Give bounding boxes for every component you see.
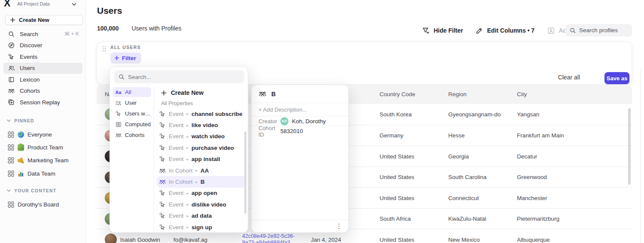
item-name: dislike video	[191, 201, 226, 208]
dropdown-item-sign-up[interactable]: Event▸sign up	[157, 222, 246, 233]
col-header-city[interactable]: City	[517, 91, 527, 97]
col-header-region[interactable]: Region	[448, 91, 467, 97]
profile-count: 100,000	[97, 25, 119, 32]
sidebar-item-data-team[interactable]: Data Team	[0, 167, 86, 180]
sidebar-item-product-team[interactable]: Product Team	[0, 141, 86, 154]
dropdown-create-new-button[interactable]: Create New	[154, 87, 249, 99]
dropdown-item-like-video[interactable]: Event▸like video	[157, 119, 246, 131]
dropdown-scrollbar[interactable]	[244, 131, 246, 214]
category-user[interactable]: User	[110, 97, 154, 108]
category-all[interactable]: Aa All	[110, 87, 154, 97]
sidebar-item-discover[interactable]: Discover	[0, 40, 86, 52]
item-prefix: Event	[169, 156, 184, 162]
sidebar-item-everyone[interactable]: Everyone	[0, 128, 86, 141]
dropdown-item-watch-video[interactable]: Event▸watch video	[157, 131, 246, 142]
category-computed[interactable]: Computed	[110, 119, 154, 130]
sidebar-item-users[interactable]: Users	[0, 63, 86, 74]
dropdown-item-purchase-video[interactable]: Event▸purchase video	[157, 142, 246, 153]
col-header-country[interactable]: Country Code	[380, 91, 415, 97]
dropdown-search-input[interactable]: Search...	[114, 70, 244, 83]
lexicon-icon	[8, 76, 15, 83]
cell-country: Germany	[380, 132, 404, 139]
event-icon	[159, 122, 166, 128]
edit-columns-button[interactable]: Edit Columns • 7	[476, 27, 535, 34]
dropdown-item-dislike-video[interactable]: Event▸dislike video	[157, 199, 246, 210]
event-icon	[159, 201, 166, 208]
pinned-section-header[interactable]: PINNED	[0, 117, 86, 125]
search-profiles-input[interactable]: Search profiles	[565, 24, 632, 36]
cell-region: Georgia	[448, 153, 469, 159]
dropdown-item-b[interactable]: In Cohort▸B	[157, 176, 246, 187]
add-filter-button[interactable]: Filter	[110, 52, 141, 64]
sidebar-item-events[interactable]: Events	[0, 51, 86, 63]
cell-country: United States	[380, 174, 414, 180]
sidebar-item-marketing-team[interactable]: Marketing Team	[0, 154, 86, 167]
cohort-icon	[259, 90, 266, 97]
arrow-right-icon: ▸	[196, 180, 198, 184]
add-description-button[interactable]: + Add Description...	[252, 103, 348, 116]
project-name: Media	[17, 0, 33, 1]
project-logo: X	[4, 0, 15, 9]
dropdown-item-app-install[interactable]: Event▸app install	[157, 154, 246, 165]
board-icon	[8, 157, 14, 164]
item-name: B	[200, 179, 205, 185]
hide-filter-button[interactable]: Hide Filter	[422, 27, 463, 34]
item-name: app install	[191, 156, 220, 162]
plus-icon	[114, 55, 119, 61]
project-subtitle: All Project Data	[17, 1, 50, 6]
dropdown-item-app-open[interactable]: Event▸app open	[157, 188, 246, 199]
plus-icon	[161, 90, 167, 96]
cell-country: United States	[380, 194, 414, 201]
event-icon	[159, 111, 166, 117]
sidebar-item-cohorts[interactable]: Cohorts	[0, 85, 86, 97]
dropdown-categories: Aa All User Users who di... Computed	[110, 87, 154, 233]
filter-group-label: ALL USERS	[110, 45, 141, 50]
board-icon	[8, 144, 14, 151]
clear-all-button[interactable]: Clear all	[558, 74, 580, 81]
app-window: X Media All Project Data Create New Sear…	[0, 0, 644, 243]
cell-distinct-id[interactable]: 42c08e49-2e92-5c36-9a73-a84eb8684fa3	[242, 233, 303, 243]
filter-property-dropdown: Search... Aa All User Users who di...	[109, 67, 248, 233]
dropdown-results: Create New All Properties Event▸channel …	[154, 87, 249, 233]
arrow-right-icon: ▸	[187, 214, 189, 218]
table-scrollbar[interactable]	[628, 108, 631, 185]
sidebar-item-lexicon[interactable]: Lexicon	[0, 74, 86, 85]
dropdown-item-list: Event▸channel subscribeEvent▸like videoE…	[154, 108, 249, 233]
creator-avatar: KD	[280, 117, 289, 125]
arrow-right-icon: ▸	[187, 112, 189, 116]
category-users-who-did[interactable]: Users who di...	[110, 108, 154, 119]
events-icon	[8, 53, 15, 60]
sidebar-item-search[interactable]: Search ⌘ + K	[0, 28, 86, 40]
puzzle-emoji-icon	[18, 144, 24, 151]
item-prefix: In Cohort	[169, 179, 193, 185]
bar-chart-emoji-icon	[18, 170, 24, 177]
create-new-button[interactable]: Create New	[5, 15, 83, 25]
sidebar-item-session-replay[interactable]: Session Replay	[0, 97, 86, 108]
cell-city: Albuquerque	[517, 236, 550, 243]
arrow-right-icon: ▸	[187, 202, 189, 207]
event-icon	[159, 190, 166, 196]
drag-handle-icon[interactable]	[102, 46, 106, 52]
dropdown-item-channel-subscribe[interactable]: Event▸channel subscribe	[157, 108, 246, 119]
item-prefix: Event	[169, 201, 184, 208]
your-content-section-header[interactable]: YOUR CONTENT	[0, 187, 86, 194]
session-replay-icon	[8, 99, 15, 106]
plus-icon	[10, 17, 15, 23]
item-name: app open	[191, 190, 217, 196]
item-prefix: Event	[169, 213, 184, 219]
workspace-switcher[interactable]: X Media All Project Data	[0, 0, 86, 11]
sidebar-item-dorothys-board[interactable]: Dorothy's Board	[0, 198, 86, 211]
dropdown-item-ad-data[interactable]: Event▸ad data	[157, 210, 246, 222]
dropdown-item-aa[interactable]: In Cohort▸AA	[157, 165, 246, 176]
event-icon	[159, 224, 166, 231]
cell-city: Manchester	[517, 194, 547, 201]
save-as-button[interactable]: Save as	[605, 72, 629, 84]
events-icon	[115, 110, 122, 117]
more-options-icon[interactable]: ⋮	[336, 222, 342, 230]
board-icon	[8, 201, 14, 208]
item-prefix: Event	[169, 122, 184, 128]
item-name: like video	[191, 122, 218, 128]
category-cohorts[interactable]: Cohorts	[110, 130, 154, 140]
filter-funnel-icon	[422, 27, 430, 34]
dropdown-search-placeholder: Search...	[128, 74, 151, 80]
